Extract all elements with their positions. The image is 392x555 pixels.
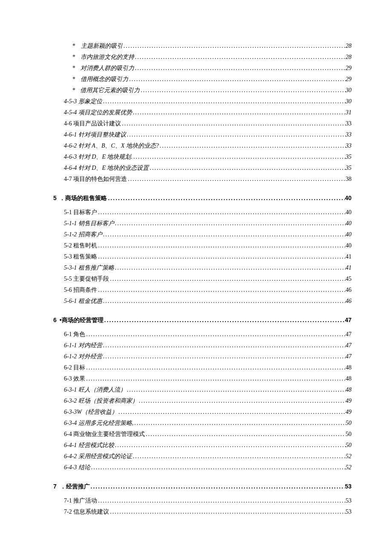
toc-label: 7-1 推广活动 [64, 495, 97, 506]
leader-dots [102, 340, 346, 351]
page-number: 52 [346, 462, 352, 473]
toc-entry: 4-6-3 针对 D、E 地块规划. 35 [40, 151, 352, 163]
leader-dots [114, 218, 346, 229]
page-number: 35 [346, 151, 352, 163]
toc-label: 6-1 角色 [64, 329, 85, 340]
toc-label: 4-6 项目产品设计建议 [64, 118, 121, 129]
page-number: 38 [346, 174, 352, 185]
leader-dots [133, 418, 346, 429]
page-number: 50 [346, 429, 352, 440]
toc-label: •商场的经营管理 [60, 314, 104, 325]
toc-entry: 5-6 招商条件 46 [40, 285, 352, 296]
toc-label: 市内旅游文化的支持 [81, 52, 134, 63]
toc-entry: 6-3-2 旺场（投资者和商家） 49 [40, 395, 352, 407]
leader-dots [114, 262, 346, 273]
leader-dots [104, 314, 345, 325]
toc-label: 6-3-2 旺场（投资者和商家） [64, 395, 138, 407]
toc-label: 5-5 主要促销手段 [64, 273, 109, 285]
leader-dots [109, 273, 346, 285]
leader-dots [90, 462, 346, 473]
page-number: 47 [346, 351, 352, 362]
page-number: 40 [345, 192, 352, 203]
page-number: 48 [346, 362, 352, 373]
toc-entry: 7．经营推广53 [40, 481, 352, 492]
bullet-marker: * [72, 74, 81, 85]
toc-entry: *主题新颖的吸引28 [40, 41, 352, 52]
toc-entry: 5-1-2 招商客户 40 [40, 229, 352, 240]
leader-dots [97, 207, 346, 218]
page-number: 28 [346, 41, 352, 52]
leader-dots [134, 52, 346, 63]
page-number: 49 [346, 395, 352, 407]
page-number: 47 [346, 329, 352, 340]
toc-label: 6-1-1 对内经营 [64, 340, 102, 351]
toc-entry: 6-3-1 旺人（消费人流） 48 [40, 384, 352, 395]
page-number: 52 [346, 451, 352, 462]
toc-entry: 6-1-2 对外经营 47 [40, 351, 352, 362]
page-number: 40 [346, 240, 352, 251]
leader-dots [140, 85, 346, 96]
toc-entry: 4-7 项目的特色如何营造 38 [40, 174, 352, 185]
bullet-marker: * [72, 63, 81, 74]
leader-dots [159, 140, 346, 151]
toc-label: 5-1 目标客户 [64, 207, 97, 218]
page-number: 53 [346, 506, 352, 517]
leader-dots [123, 41, 346, 52]
toc-entry: 4-6-2 针对 A、B、C、X 地块的业态? 33 [40, 140, 352, 151]
page-number: 40 [346, 218, 352, 229]
toc-label: 借用概念的吸引力 [81, 74, 128, 85]
toc-entry: *市内旅游文化的支持28 [40, 52, 352, 63]
page-number: 33 [346, 118, 352, 129]
leader-dots [127, 174, 346, 185]
leader-dots [121, 118, 346, 129]
toc-label: 5-6 招商条件 [64, 285, 97, 296]
toc-label: 4-5-3 形象定位 [64, 96, 102, 107]
page-number: 29 [346, 74, 352, 85]
toc-label: 6-3-1 旺人（消费人流） [64, 384, 126, 395]
toc-entry: 5-3 租售策略 41 [40, 251, 352, 262]
leader-dots [128, 74, 346, 85]
leader-dots [132, 107, 346, 118]
leader-dots [102, 296, 346, 307]
leader-dots [118, 407, 346, 418]
toc-entry: 5-3-1 租售推广策略 41 [40, 262, 352, 273]
toc-entry: 5-6-1 租金优惠 46 [40, 296, 352, 307]
toc-label: 对消费人群的吸引力 [81, 63, 134, 74]
toc-label: 5-2 租售时机 [64, 240, 97, 251]
leader-dots [85, 373, 346, 384]
leader-dots [145, 429, 346, 440]
toc-entry: 6•商场的经营管理47 [40, 314, 352, 325]
page-number: 47 [346, 340, 352, 351]
leader-dots [134, 63, 346, 74]
page-number: 50 [346, 440, 352, 451]
toc-label: 4-6-4 针对 D、E 地块的业态设置 [64, 163, 149, 174]
toc-entry: 6-4 商业物业主要经营管理模式 50 [40, 429, 352, 440]
page-number: 30 [346, 85, 352, 96]
toc-label: ．商场的租售策略 [59, 192, 107, 203]
bullet-marker: * [72, 52, 81, 63]
leader-dots [85, 329, 346, 340]
toc-entry: 6-3-3W（经营收益） 49 [40, 407, 352, 418]
page-number: 35 [346, 163, 352, 174]
page-number: 33 [346, 140, 352, 151]
leader-dots [126, 129, 346, 140]
leader-dots [97, 240, 346, 251]
toc-label: ．经营推广 [60, 481, 90, 492]
leader-dots [133, 151, 346, 163]
toc-label: 5-1-2 招商客户 [64, 229, 102, 240]
leader-dots [126, 384, 346, 395]
leader-dots [90, 481, 345, 492]
leader-dots [149, 163, 346, 174]
page-number: 40 [346, 207, 352, 218]
page-number: 48 [346, 384, 352, 395]
leader-dots [109, 506, 346, 517]
toc-label: 6-2 目标 [64, 362, 85, 373]
page-number: 47 [345, 314, 352, 325]
toc-entry: 7-1 推广活动 53 [40, 495, 352, 506]
toc-label: 5-3 租售策略 [64, 251, 97, 262]
page-number: 29 [346, 63, 352, 74]
table-of-contents: *主题新颖的吸引28*市内旅游文化的支持28*对消费人群的吸引力29*借用概念的… [40, 41, 352, 517]
page-number: 31 [346, 107, 352, 118]
toc-entry: *借用概念的吸引力29 [40, 74, 352, 85]
toc-entry: 6-4-2 采用经营模式的论证 52 [40, 451, 352, 462]
